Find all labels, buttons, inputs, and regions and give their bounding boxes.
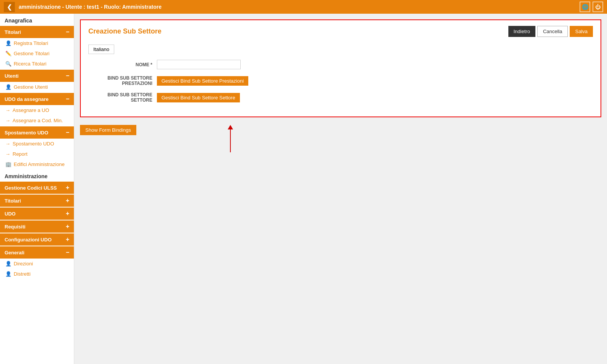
sidebar-item-label: Ricerca Titolari bbox=[14, 61, 46, 67]
sidebar-group-configurazioni-udo[interactable]: Configurazioni UDO + bbox=[0, 233, 74, 246]
sidebar-item-assegnare-cod-min[interactable]: → Assegnare a Cod. Min. bbox=[0, 115, 74, 126]
edit-icon: ✏️ bbox=[5, 51, 11, 56]
form-card-actions: Indietro Cancella Salva bbox=[508, 26, 593, 37]
sidebar-item-label: Distretti bbox=[14, 271, 30, 277]
sidebar-group-spostamento-label: Spostamento UDO bbox=[5, 130, 48, 136]
italiano-tab[interactable]: Italiano bbox=[88, 45, 114, 54]
anagrafica-section-title: Anagrafica bbox=[0, 14, 74, 25]
udo-toggle: − bbox=[66, 96, 69, 102]
form-title: Creazione Sub Settore bbox=[88, 27, 161, 35]
arrow-icon: → bbox=[5, 107, 10, 113]
power-icon[interactable]: ⏻ bbox=[593, 2, 603, 12]
gestisci-bind-settore-button[interactable]: Gestisci Bind Sub Settore Settore bbox=[157, 93, 240, 102]
arrow-indicator bbox=[228, 125, 233, 152]
sidebar-group-titolari-label: Titolari bbox=[5, 29, 21, 35]
sidebar-group-utenti[interactable]: Utenti − bbox=[0, 70, 74, 82]
form-card-header: Creazione Sub Settore Indietro Cancella … bbox=[88, 26, 593, 37]
content-area: Creazione Sub Settore Indietro Cancella … bbox=[74, 14, 607, 364]
nome-field-row: NOME * bbox=[88, 60, 593, 69]
bind-prestazioni-label: BIND SUB SETTORE PRESTAZIONI bbox=[88, 75, 157, 86]
sidebar-item-label: Direzioni bbox=[14, 261, 33, 267]
sidebar-item-ricerca-titolari[interactable]: 🔍 Ricerca Titolari bbox=[0, 59, 74, 69]
sidebar-item-gestione-utenti[interactable]: 👤 Gestione Utenti bbox=[0, 82, 74, 92]
sidebar-item-label: Gestione Titolari bbox=[14, 51, 50, 56]
gestisci-bind-prestazioni-button[interactable]: Gestisci Bind Sub Settore Prestazioni bbox=[157, 76, 248, 86]
show-form-bindings-button[interactable]: Show Form Bindings bbox=[80, 125, 136, 135]
sidebar-item-distretti[interactable]: 👤 Distretti bbox=[0, 269, 74, 279]
sidebar-group-udo-label: UDO da assegnare bbox=[5, 96, 49, 102]
titolari-toggle: − bbox=[66, 29, 69, 35]
sidebar-group-udo-assegnare[interactable]: UDO da assegnare − bbox=[0, 93, 74, 105]
sidebar-item-label: Gestione Utenti bbox=[14, 84, 48, 90]
sidebar-group-spostamento-udo[interactable]: Spostamento UDO − bbox=[0, 126, 74, 139]
sidebar-item-label: Registra Titolari bbox=[14, 40, 48, 46]
amministrazione-section-title: Amministrazione bbox=[0, 169, 74, 181]
sidebar-group-udo-admin[interactable]: UDO + bbox=[0, 208, 74, 220]
sidebar-item-report[interactable]: → Report bbox=[0, 149, 74, 159]
arrow-head-icon bbox=[228, 125, 233, 129]
sidebar-item-label: Spostamento UDO bbox=[13, 141, 54, 147]
globe-icon[interactable]: 🌐 bbox=[580, 2, 590, 12]
sidebar-group-utenti-label: Utenti bbox=[5, 73, 19, 79]
person-icon: 👤 bbox=[5, 261, 11, 267]
sidebar-item-label: Assegnare a Cod. Min. bbox=[13, 118, 63, 123]
spostamento-toggle: − bbox=[66, 129, 69, 136]
toggle-icon: + bbox=[66, 197, 69, 204]
salva-button[interactable]: Salva bbox=[570, 26, 593, 37]
arrow-icon: → bbox=[5, 141, 10, 147]
toggle-icon: − bbox=[66, 249, 69, 256]
cancella-button[interactable]: Cancella bbox=[537, 26, 568, 37]
sidebar-group-label: Requisiti bbox=[5, 224, 26, 230]
sidebar-item-edifici[interactable]: 🏢 Edifici Amministrazione bbox=[0, 159, 74, 169]
bindings-area: Show Form Bindings bbox=[80, 125, 601, 152]
sidebar-group-generali[interactable]: Generali − bbox=[0, 246, 74, 259]
sidebar-group-gestione-codici[interactable]: Gestione Codici ULSS + bbox=[0, 182, 74, 194]
arrow-icon: → bbox=[5, 118, 10, 123]
topbar-icons: 🌐 ⏻ bbox=[580, 2, 603, 12]
sidebar: Anagrafica Titolari − 👤 Registra Titolar… bbox=[0, 14, 74, 364]
sidebar-item-label: Edifici Amministrazione bbox=[14, 161, 65, 167]
bind-settore-row: BIND SUB SETTORE SETTORE Gestisci Bind S… bbox=[88, 92, 593, 103]
nome-input[interactable] bbox=[157, 60, 241, 69]
sidebar-group-requisiti[interactable]: Requisiti + bbox=[0, 220, 74, 233]
person-icon: 👤 bbox=[5, 271, 11, 277]
nome-label: NOME * bbox=[88, 62, 157, 67]
sidebar-group-titolari[interactable]: Titolari − bbox=[0, 26, 74, 38]
sidebar-item-spostamento-udo[interactable]: → Spostamento UDO bbox=[0, 139, 74, 149]
sidebar-group-label: Titolari bbox=[5, 198, 21, 204]
utenti-toggle: − bbox=[66, 72, 69, 79]
topbar: ❮ amministrazione - Utente : test1 - Ruo… bbox=[0, 0, 607, 14]
arrow-icon: → bbox=[5, 151, 10, 157]
sidebar-group-label: UDO bbox=[5, 211, 16, 217]
arrow-line bbox=[230, 129, 231, 152]
person-icon: 👤 bbox=[5, 40, 11, 46]
sidebar-item-gestione-titolari[interactable]: ✏️ Gestione Titolari bbox=[0, 48, 74, 59]
sidebar-item-label: Report bbox=[13, 151, 27, 157]
sidebar-group-label: Configurazioni UDO bbox=[5, 237, 52, 243]
main-layout: Anagrafica Titolari − 👤 Registra Titolar… bbox=[0, 14, 607, 364]
form-card: Creazione Sub Settore Indietro Cancella … bbox=[80, 19, 601, 117]
sidebar-item-direzioni[interactable]: 👤 Direzioni bbox=[0, 259, 74, 269]
indietro-button[interactable]: Indietro bbox=[508, 26, 535, 37]
bind-settore-label: BIND SUB SETTORE SETTORE bbox=[88, 92, 157, 103]
app-title: amministrazione - Utente : test1 - Ruolo… bbox=[19, 4, 580, 10]
building-icon: 🏢 bbox=[5, 161, 11, 167]
toggle-icon: + bbox=[66, 210, 69, 217]
toggle-icon: + bbox=[66, 184, 69, 191]
sidebar-item-registra-titolari[interactable]: 👤 Registra Titolari bbox=[0, 38, 74, 48]
bind-prestazioni-row: BIND SUB SETTORE PRESTAZIONI Gestisci Bi… bbox=[88, 75, 593, 86]
sidebar-group-titolari-admin[interactable]: Titolari + bbox=[0, 195, 74, 207]
sidebar-item-assegnare-uo[interactable]: → Assegnare a UO bbox=[0, 105, 74, 115]
person-icon: 👤 bbox=[5, 84, 11, 90]
search-icon: 🔍 bbox=[5, 61, 11, 67]
sidebar-group-label: Generali bbox=[5, 250, 24, 255]
sidebar-group-label: Gestione Codici ULSS bbox=[5, 185, 57, 191]
toggle-icon: + bbox=[66, 223, 69, 230]
sidebar-item-label: Assegnare a UO bbox=[13, 107, 49, 113]
back-button[interactable]: ❮ bbox=[4, 2, 15, 12]
toggle-icon: + bbox=[66, 236, 69, 243]
